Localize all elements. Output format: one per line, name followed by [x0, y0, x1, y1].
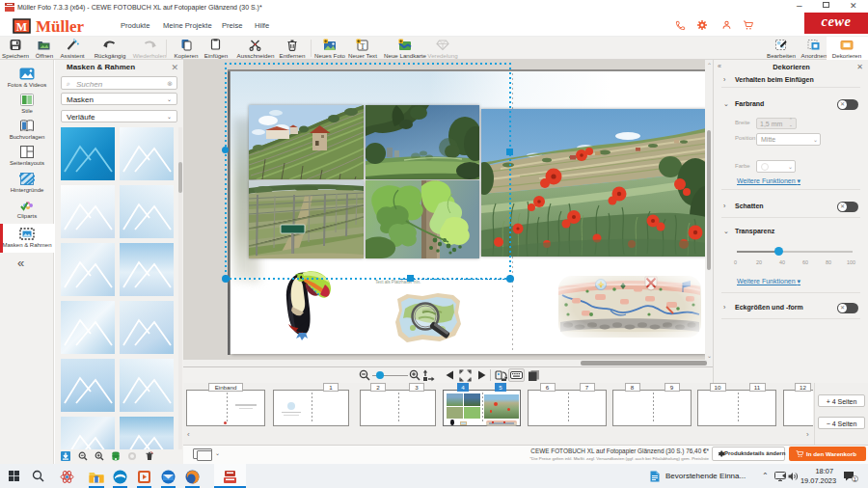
svg-text:M: M [16, 20, 27, 34]
svg-text:T: T [361, 42, 366, 51]
